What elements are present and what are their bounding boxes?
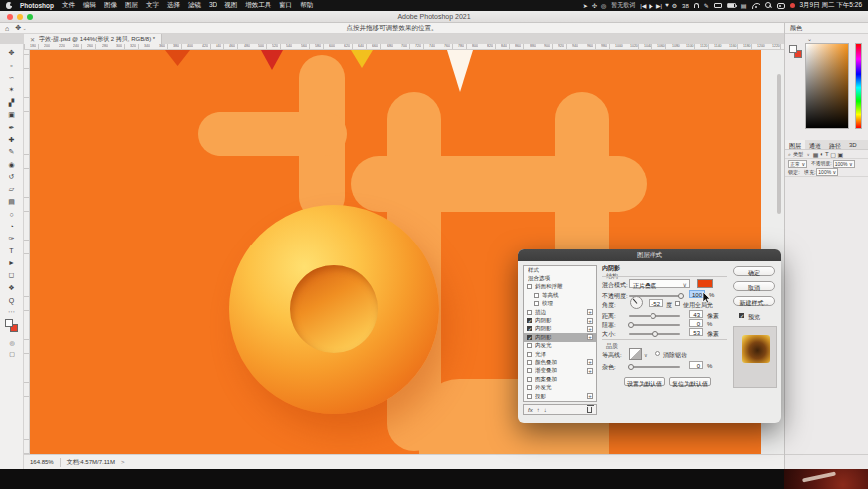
duplicate-effect-icon[interactable]: + — [587, 326, 593, 332]
menubar-menu-item[interactable]: 编辑 — [83, 1, 96, 10]
effect-checkbox[interactable] — [527, 284, 532, 289]
crop-tool-icon[interactable]: ▞ — [3, 97, 21, 109]
notification-count[interactable]: 38 — [682, 3, 689, 9]
reset-default-button[interactable]: 复位为默认值 — [669, 377, 711, 386]
add-effect-icon[interactable]: fx — [528, 407, 533, 413]
noise-field[interactable]: 0 — [689, 361, 703, 369]
adjustment-filter-icon[interactable]: ◐ — [820, 151, 824, 158]
styles-list-header[interactable]: 样式 — [524, 266, 596, 274]
duplicate-effect-icon[interactable]: + — [587, 334, 593, 340]
horizontal-ruler[interactable]: 1802002202402602803003203403603804004204… — [24, 44, 784, 50]
zoom-window-button[interactable] — [27, 14, 33, 20]
effect-checkbox[interactable] — [527, 368, 532, 373]
duplicate-effect-icon[interactable]: + — [587, 318, 593, 324]
style-effect-item[interactable]: 描边+ — [524, 308, 596, 316]
gradient-tool-icon[interactable]: ▤ — [3, 196, 21, 208]
menubar-menu-item[interactable]: 图像 — [104, 1, 117, 10]
battery-icon[interactable] — [727, 3, 736, 8]
menubar-datetime[interactable]: 3月9日 周二 下午5:26 — [800, 1, 863, 10]
style-effect-item[interactable]: 纹理 — [524, 300, 596, 308]
menubar-menu-item[interactable]: 滤镜 — [188, 1, 201, 10]
foreground-color-swatch[interactable] — [5, 319, 13, 327]
marquee-tool-icon[interactable]: ▫ — [3, 59, 21, 71]
record-icon[interactable] — [790, 3, 795, 8]
delete-effect-icon[interactable] — [587, 407, 592, 413]
next-track-icon[interactable]: ▶| — [656, 2, 662, 9]
angle-dial[interactable] — [630, 296, 643, 309]
size-slider[interactable] — [629, 333, 680, 335]
tab-layers[interactable]: 图层 — [785, 140, 805, 149]
shape-tool-icon[interactable]: ◻ — [3, 269, 21, 281]
screen-mode-icon[interactable]: ▢ — [3, 348, 21, 359]
tab-color[interactable]: 颜色 — [790, 24, 802, 33]
pixel-filter-icon[interactable]: ▦ — [813, 151, 819, 158]
opacity-select[interactable]: 100% ∨ — [833, 160, 855, 168]
smart-object-filter-icon[interactable]: ▣ — [837, 151, 843, 158]
minimize-window-button[interactable] — [17, 14, 23, 20]
style-effect-item[interactable]: 内阴影+ — [524, 333, 596, 341]
style-effect-item[interactable]: 图案叠加 — [524, 375, 596, 383]
effect-checkbox[interactable] — [527, 343, 532, 348]
cancel-button[interactable]: 取消 — [733, 281, 775, 291]
distance-field[interactable]: 43 — [689, 310, 703, 318]
path-select-tool-icon[interactable]: ► — [3, 257, 21, 269]
style-effect-item[interactable]: 内发光 — [524, 342, 596, 350]
eyedropper-tool-icon[interactable]: ✒ — [3, 121, 21, 133]
effect-checkbox[interactable] — [527, 335, 532, 340]
history-brush-tool-icon[interactable]: ↺ — [3, 171, 21, 183]
menubar-menu-item[interactable]: 3D — [209, 1, 217, 10]
effect-checkbox[interactable] — [527, 377, 532, 382]
style-effect-item[interactable]: 等高线 — [524, 291, 596, 299]
menubar-app-name[interactable]: Photoshop — [20, 2, 54, 9]
tab-paths[interactable]: 路径 — [825, 140, 845, 149]
pen-tool-icon[interactable]: ✑ — [3, 233, 21, 244]
bell-icon[interactable] — [694, 3, 699, 8]
menubar-menu-item[interactable]: 选择 — [167, 1, 180, 10]
brush-tool-icon[interactable]: ✎ — [3, 146, 21, 158]
chevron-down-icon[interactable]: ∨ — [807, 152, 810, 157]
effect-checkbox[interactable] — [534, 293, 539, 298]
paper-plane-icon[interactable]: ➤ — [583, 2, 588, 9]
saturation-brightness-picker[interactable] — [805, 43, 849, 129]
style-effect-item[interactable]: 内阴影+ — [524, 325, 596, 333]
shape-filter-icon[interactable]: ▢ — [830, 151, 836, 158]
style-effect-item[interactable]: 斜面和浮雕 — [524, 283, 596, 291]
noise-slider[interactable] — [629, 366, 680, 368]
frame-tool-icon[interactable]: ▣ — [3, 109, 21, 121]
new-style-button[interactable]: 新建样式... — [733, 296, 775, 306]
swirl-icon[interactable]: ✣ — [592, 2, 597, 9]
menubar-menu-item[interactable]: 视图 — [224, 1, 237, 10]
contour-chevron-icon[interactable]: ∨ — [644, 352, 648, 358]
make-default-button[interactable]: 设置为默认值 — [624, 377, 665, 386]
style-effect-item[interactable]: 投影+ — [524, 392, 596, 400]
type-tool-icon[interactable]: T — [3, 244, 21, 256]
style-effect-item[interactable]: 外发光 — [524, 383, 596, 391]
heart-icon[interactable]: ♥ — [665, 2, 669, 9]
effect-checkbox[interactable] — [527, 318, 532, 323]
effect-checkbox[interactable] — [527, 352, 532, 357]
close-window-button[interactable] — [7, 14, 13, 20]
duplicate-effect-icon[interactable]: + — [587, 309, 593, 315]
fill-select[interactable]: 100% ∨ — [816, 168, 838, 176]
pencil-icon[interactable]: ✎ — [704, 3, 709, 9]
effect-checkbox[interactable] — [527, 360, 532, 365]
size-field[interactable]: 53 — [689, 328, 703, 336]
status-arrow-icon[interactable]: > — [121, 459, 125, 465]
style-effect-item[interactable]: 光泽 — [524, 350, 596, 358]
display-icon[interactable] — [714, 3, 722, 8]
distance-slider[interactable] — [629, 315, 680, 317]
edit-toolbar-icon[interactable]: ⋯ — [3, 306, 21, 318]
style-effect-item[interactable]: 渐变叠加+ — [524, 367, 596, 375]
zoom-level-field[interactable]: 164.85% — [30, 459, 54, 465]
clone-stamp-tool-icon[interactable]: ◉ — [3, 159, 21, 171]
duplicate-effect-icon[interactable]: + — [587, 393, 593, 399]
effect-checkbox[interactable] — [534, 301, 539, 306]
keyboard-icon[interactable]: ▤ — [741, 3, 747, 9]
move-effect-up-icon[interactable]: ↑ — [537, 407, 540, 413]
document-tab[interactable]: ✕ 字效-甜.psd @ 144%(形状 2 拷贝, RGB/8) * — [24, 34, 162, 44]
effect-checkbox[interactable] — [527, 326, 532, 331]
lyrics-status[interactable]: 暂无歌词 — [611, 1, 635, 10]
location-icon[interactable]: ◎ — [601, 2, 606, 9]
blend-mode-select[interactable]: 正常 ∨ — [788, 160, 807, 168]
anti-aliased-checkbox[interactable] — [655, 351, 660, 356]
